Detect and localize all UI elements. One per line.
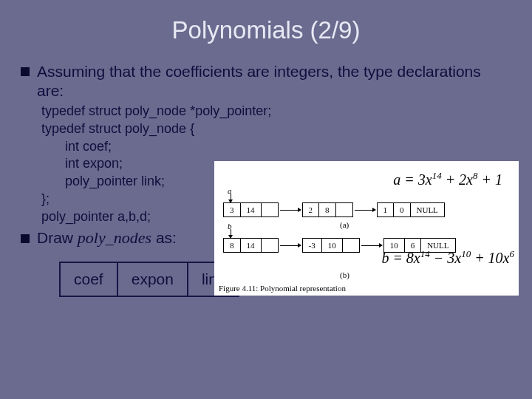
list-node: 2 8	[302, 202, 353, 217]
equation-a: a = 3x14 + 2x8 + 1	[393, 170, 502, 188]
node-coef: -3	[303, 239, 322, 252]
node-expon: 0	[394, 203, 411, 216]
arrow-icon	[280, 245, 301, 246]
code-line: typedef struct poly_node *poly_pointer;	[41, 103, 511, 120]
bullet-text-1: Assuming that the coefficients are integ…	[37, 62, 511, 100]
subfigure-a-label: (a)	[340, 220, 349, 229]
eq-text: + 1	[478, 171, 503, 188]
figure-polynomial: a = 3x14 + 2x8 + 1 a 3 14 2 8 1 0 NULL (…	[214, 161, 519, 296]
node-coef: 3	[224, 203, 241, 216]
down-arrow-icon	[231, 229, 231, 238]
bullet2-pre: Draw	[37, 229, 78, 246]
node-null: NULL	[411, 203, 444, 216]
eq-text: − 3x	[430, 250, 461, 266]
node-link	[336, 203, 352, 216]
node-expon: 14	[241, 203, 262, 216]
node-expon: 10	[322, 239, 343, 252]
list-node: 8 14	[223, 238, 279, 253]
eq-sup: 6	[510, 248, 515, 259]
eq-sup: 14	[432, 170, 442, 181]
down-arrow-icon	[231, 194, 231, 202]
bullet2-post: as:	[151, 229, 177, 246]
bullet-icon	[21, 67, 30, 76]
subfigure-b-label: (b)	[340, 270, 349, 279]
arrow-icon	[361, 245, 382, 246]
arrow-icon	[355, 210, 375, 211]
eq-text: a = 3x	[393, 171, 432, 188]
figure-caption: Figure 4.11: Polynomial representation	[219, 284, 346, 293]
node-link	[343, 239, 359, 252]
bullet2-italic: poly_nodes	[78, 228, 151, 247]
node-table: coef expon link	[59, 262, 239, 297]
node-link	[262, 239, 278, 252]
eq-text: b = 8x	[381, 250, 420, 266]
eq-text: + 10x	[471, 250, 509, 266]
node-link	[262, 203, 278, 216]
node-expon: 14	[241, 239, 262, 252]
list-node: 1 0 NULL	[377, 202, 445, 217]
equation-b: b = 8x14 − 3x10 + 10x6	[381, 248, 514, 267]
eq-text: + 2x	[442, 171, 473, 188]
node-coef: 1	[378, 203, 395, 216]
bullet-text-2: Draw poly_nodes as:	[37, 228, 177, 248]
code-line: typedef struct poly_node {	[41, 120, 511, 138]
page-title: Polynomials (2/9)	[0, 0, 532, 53]
eq-sup: 14	[420, 248, 430, 259]
bullet-item-1: Assuming that the coefficients are integ…	[21, 62, 511, 100]
linked-list-a: 3 14 2 8 1 0 NULL	[223, 202, 446, 217]
node-expon: 8	[319, 203, 336, 216]
eq-sup: 10	[461, 248, 471, 259]
node-coef: 2	[303, 203, 320, 216]
bullet-icon	[21, 234, 30, 243]
list-node: -3 10	[302, 238, 360, 253]
list-node: 3 14	[223, 202, 279, 217]
node-coef: 8	[224, 239, 241, 252]
cell-expon: expon	[117, 262, 188, 296]
code-line: int coef;	[41, 138, 511, 156]
arrow-icon	[280, 210, 301, 211]
cell-coef: coef	[60, 262, 117, 296]
